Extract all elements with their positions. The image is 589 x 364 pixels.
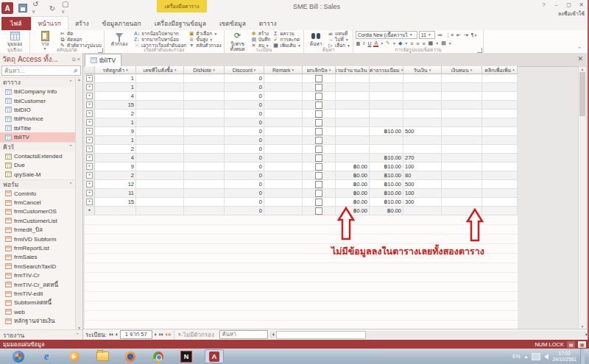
cell-total[interactable] xyxy=(336,101,370,110)
expand-icon[interactable]: + xyxy=(86,190,93,196)
cell-po[interactable] xyxy=(136,163,184,171)
nav-item-tblcompany-info[interactable]: tblCompany Info xyxy=(0,88,76,96)
cell-po[interactable] xyxy=(136,198,184,207)
cell-total[interactable] xyxy=(336,118,370,127)
cell-fee[interactable] xyxy=(370,110,403,118)
cell-change[interactable] xyxy=(442,83,482,92)
font-size-combo[interactable]: 11▼ xyxy=(419,31,435,39)
cancel-bill-checkbox[interactable] xyxy=(315,190,322,197)
cell-total[interactable]: ฿0.00 xyxy=(336,180,370,189)
cell-clickadd[interactable] xyxy=(482,163,518,171)
cell-clickadd[interactable] xyxy=(482,154,518,163)
cell-received[interactable]: 300 xyxy=(403,198,442,207)
cell-disnote[interactable] xyxy=(184,92,225,101)
cell-total[interactable] xyxy=(336,74,370,83)
cell-received[interactable]: 500 xyxy=(403,180,442,189)
cell-total[interactable] xyxy=(336,136,370,145)
font-name-combo[interactable]: Cordia New (เนื้อความไ▼ xyxy=(356,31,417,39)
cancel-bill-checkbox[interactable] xyxy=(315,154,322,162)
row-selector[interactable]: + xyxy=(85,145,95,154)
cell-remark[interactable] xyxy=(264,101,303,110)
expand-icon[interactable]: + xyxy=(86,163,93,170)
column-header-clickadd[interactable]: คลิกเพื่อเพิ่ม▾ xyxy=(482,66,518,74)
cell-disnote[interactable] xyxy=(184,74,225,83)
cell-cust[interactable]: 4 xyxy=(95,154,136,163)
cell-fee[interactable]: ฿10.00 xyxy=(370,180,403,189)
cell-cust[interactable]: 1 xyxy=(95,136,136,145)
filter-button[interactable]: ตัวกรอง xyxy=(107,31,132,46)
tab-tblitv[interactable]: tblITV xyxy=(85,54,121,66)
cell-clickadd[interactable] xyxy=(482,207,518,215)
cell-fee[interactable]: ฿10.00 xyxy=(370,127,403,136)
cell-cust[interactable]: 15 xyxy=(95,198,136,207)
filter-status-label[interactable]: ไม่มีตัวกรอง xyxy=(183,330,214,340)
cell-discount[interactable]: 0 xyxy=(225,110,264,118)
cell-cust[interactable] xyxy=(95,207,136,215)
cell-cancel[interactable] xyxy=(303,127,336,136)
nav-item-web[interactable]: web xyxy=(0,307,76,316)
cell-received[interactable]: 100 xyxy=(403,163,442,171)
ribbon-tab[interactable]: ข้อมูลภายนอก xyxy=(96,17,148,30)
row-selector[interactable]: * xyxy=(85,207,95,215)
cell-clickadd[interactable] xyxy=(482,74,518,83)
column-header-po[interactable]: เลขที่ใบสั่งซื้อ▾ xyxy=(136,66,184,74)
cell-discount[interactable]: 0 xyxy=(225,136,264,145)
cell-discount[interactable]: 0 xyxy=(225,74,264,83)
cell-disnote[interactable] xyxy=(184,180,225,189)
ribbon-tab[interactable]: ไฟล์ xyxy=(1,17,31,30)
cell-total[interactable] xyxy=(336,110,370,118)
expand-icon[interactable]: + xyxy=(86,84,93,90)
cell-disnote[interactable] xyxy=(184,110,225,118)
cell-cancel[interactable] xyxy=(303,171,336,180)
cell-total[interactable]: ฿0.00 xyxy=(336,163,370,171)
cancel-bill-checkbox[interactable] xyxy=(315,75,322,82)
cell-change[interactable] xyxy=(442,110,482,118)
cancel-bill-checkbox[interactable] xyxy=(315,110,322,118)
form-view-icon[interactable]: ▤ xyxy=(567,341,575,348)
cell-remark[interactable] xyxy=(264,154,303,163)
cell-total[interactable] xyxy=(336,145,370,154)
cell-cancel[interactable] xyxy=(303,136,336,145)
expand-icon[interactable]: + xyxy=(86,110,93,117)
cell-received[interactable] xyxy=(403,110,442,118)
cell-total[interactable]: ฿0.00 xyxy=(336,171,370,180)
cancel-bill-checkbox[interactable] xyxy=(315,172,322,179)
scroll-up-icon[interactable]: ▲ xyxy=(581,67,585,71)
access-logo-icon[interactable]: A xyxy=(1,2,13,14)
cell-discount[interactable]: 0 xyxy=(225,163,264,171)
cell-clickadd[interactable] xyxy=(482,136,518,145)
cell-received[interactable] xyxy=(403,83,442,92)
cell-clickadd[interactable] xyxy=(482,83,518,92)
nav-section-reports[interactable]: รายงาน ⌃ xyxy=(0,329,82,340)
ribbon-tab[interactable]: เครื่องมือฐานข้อมูล xyxy=(148,17,213,30)
cell-received[interactable] xyxy=(403,207,442,215)
column-header-discount[interactable]: Discount▾ xyxy=(225,66,264,74)
cancel-bill-checkbox[interactable] xyxy=(315,119,322,126)
cell-disnote[interactable] xyxy=(184,145,225,154)
cell-change[interactable] xyxy=(442,198,482,207)
row-selector[interactable]: + xyxy=(85,171,95,180)
cell-discount[interactable]: 0 xyxy=(225,154,264,163)
cell-remark[interactable] xyxy=(264,83,303,92)
cell-po[interactable] xyxy=(136,145,184,154)
nav-item-tbldio[interactable]: tblDIO xyxy=(0,105,76,114)
align-center-icon[interactable]: ≡ xyxy=(415,41,420,46)
expand-icon[interactable]: + xyxy=(86,137,93,143)
column-header-cancel[interactable]: ยกเลิกบิล▾ xyxy=(303,66,336,74)
row-selector[interactable]: + xyxy=(85,127,95,136)
row-selector[interactable]: + xyxy=(85,74,95,83)
cell-disnote[interactable] xyxy=(184,83,225,92)
help-button[interactable]: ? xyxy=(537,0,550,10)
nav-item-qrysale-m[interactable]: qrySale-M xyxy=(0,170,76,179)
cell-fee[interactable]: ฿10.00 xyxy=(370,163,403,171)
touch-mode-icon[interactable]: ▢ ᵛ xyxy=(62,3,72,13)
column-header-cust[interactable]: รหัสลูกค้า▾ xyxy=(95,66,136,74)
cell-cancel[interactable] xyxy=(303,110,336,118)
cell-total[interactable]: ฿0.00 xyxy=(336,198,370,207)
horizontal-scroll-thumb[interactable] xyxy=(276,331,366,339)
cell-total[interactable]: ฿0.00 xyxy=(336,189,370,198)
vertical-scroll-thumb[interactable] xyxy=(579,72,585,116)
cell-cancel[interactable] xyxy=(303,74,336,83)
cell-remark[interactable] xyxy=(264,180,303,189)
column-header-received[interactable]: รับเงิน▾ xyxy=(403,66,442,74)
